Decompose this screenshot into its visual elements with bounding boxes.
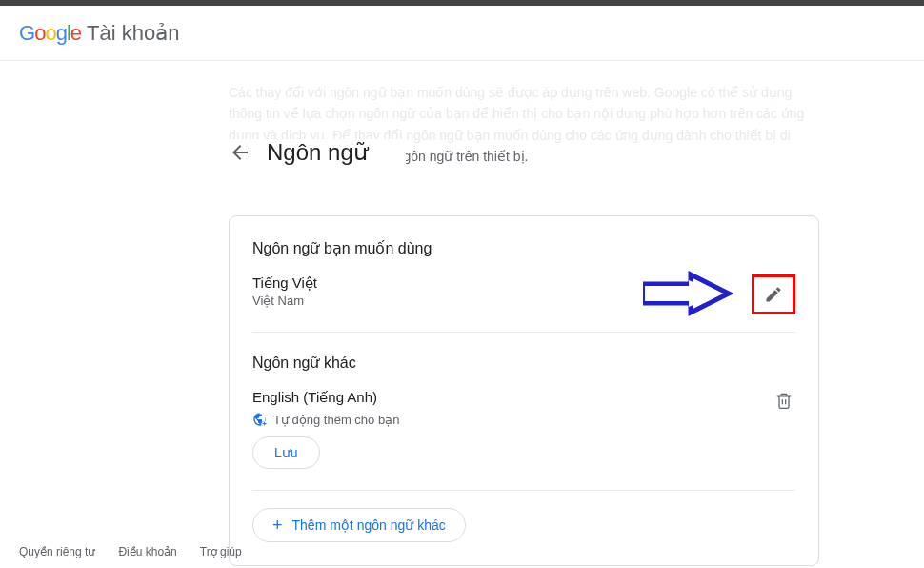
footer-privacy-link[interactable]: Quyền riêng tư <box>19 545 95 558</box>
add-language-label: Thêm một ngôn ngữ khác <box>292 517 446 533</box>
auto-added-row: Tự động thêm cho bạn <box>252 412 399 427</box>
trash-icon[interactable] <box>773 389 795 412</box>
globe-plus-icon <box>252 412 268 427</box>
footer: Quyền riêng tư Điều khoản Trợ giúp <box>19 545 242 558</box>
annotation-arrow <box>643 271 738 318</box>
language-card: Ngôn ngữ bạn muốn dùng Tiếng Việt Việt N… <box>229 215 819 566</box>
back-arrow-icon[interactable] <box>229 141 251 164</box>
other-section-title: Ngôn ngữ khác <box>252 354 795 372</box>
divider <box>252 490 795 491</box>
page-title-row: Ngôn ngữ <box>229 139 406 166</box>
footer-terms-link[interactable]: Điều khoản <box>118 545 176 558</box>
footer-help-link[interactable]: Trợ giúp <box>200 545 242 558</box>
other-language-name: English (Tiếng Anh) <box>252 389 399 406</box>
page-title: Ngôn ngữ <box>267 139 368 166</box>
account-label: Tài khoản <box>87 21 179 46</box>
preferred-language-info: Tiếng Việt Việt Nam <box>252 274 317 308</box>
other-language-info: English (Tiếng Anh) Tự động thêm cho bạn <box>252 389 399 427</box>
preferred-language-region: Việt Nam <box>252 294 317 308</box>
preferred-language-name: Tiếng Việt <box>252 274 317 292</box>
preferred-language-row: Tiếng Việt Việt Nam <box>252 274 795 333</box>
auto-added-label: Tự động thêm cho bạn <box>273 413 399 427</box>
edit-highlight-box <box>752 274 795 314</box>
other-language-row: English (Tiếng Anh) Tự động thêm cho bạn <box>252 389 795 427</box>
header: Google Tài khoản <box>0 6 924 61</box>
preferred-section-title: Ngôn ngữ bạn muốn dùng <box>252 239 795 257</box>
google-logo: Google <box>19 21 81 46</box>
other-languages-section: Ngôn ngữ khác English (Tiếng Anh) Tự độn… <box>252 354 795 469</box>
svg-rect-2 <box>645 286 689 301</box>
plus-icon: + <box>272 517 283 534</box>
add-language-button[interactable]: + Thêm một ngôn ngữ khác <box>252 508 466 542</box>
save-button[interactable]: Lưu <box>252 436 320 469</box>
pencil-icon[interactable] <box>762 283 785 306</box>
